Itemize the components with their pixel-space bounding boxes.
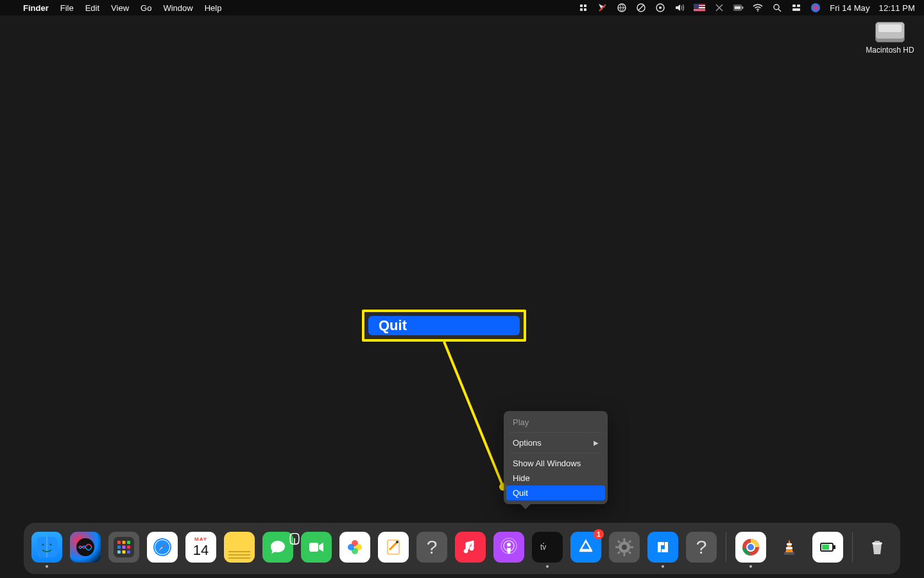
context-menu-label: Options bbox=[513, 438, 542, 448]
menu-view[interactable]: View bbox=[111, 3, 129, 13]
dock-app-launchpad[interactable] bbox=[108, 532, 139, 563]
svg-line-55 bbox=[629, 552, 631, 554]
dock-app-podcasts[interactable] bbox=[493, 532, 524, 563]
svg-point-42 bbox=[396, 541, 398, 543]
status-icon-volume[interactable] bbox=[674, 3, 685, 13]
status-icon-battery[interactable] bbox=[733, 3, 744, 13]
menu-bar-right: Fri 14 May 12:11 PM bbox=[578, 3, 915, 13]
menu-window[interactable]: Window bbox=[163, 3, 193, 13]
dock-app-finder[interactable] bbox=[31, 532, 62, 563]
dock-app-snagit[interactable] bbox=[647, 532, 678, 563]
status-icon-control-center[interactable] bbox=[791, 3, 801, 13]
menu-go[interactable]: Go bbox=[141, 3, 151, 13]
status-icon-spotlight[interactable] bbox=[772, 3, 782, 13]
svg-rect-12 bbox=[792, 4, 796, 7]
svg-point-18 bbox=[42, 544, 44, 546]
context-menu-label: Quit bbox=[513, 488, 528, 498]
dock: MAY 14 ? tv 1 ? bbox=[24, 523, 900, 574]
menu-bar-left: Finder File Edit View Go Window Help bbox=[9, 3, 221, 13]
svg-rect-65 bbox=[784, 552, 794, 555]
context-menu-item-hide[interactable]: Hide bbox=[504, 471, 608, 486]
dock-trash[interactable] bbox=[862, 532, 893, 563]
menu-app-name[interactable]: Finder bbox=[23, 3, 49, 13]
svg-rect-68 bbox=[834, 545, 835, 549]
menubar-date[interactable]: Fri 14 May bbox=[830, 3, 869, 13]
status-icon-input-source-flag[interactable] bbox=[694, 4, 705, 12]
desktop-icon-label: Macintosh HD bbox=[865, 46, 915, 55]
running-indicator bbox=[546, 565, 549, 568]
running-indicator bbox=[749, 565, 752, 568]
status-icon-cursor[interactable] bbox=[597, 3, 608, 13]
status-icon-globe[interactable] bbox=[617, 3, 627, 13]
svg-point-43 bbox=[507, 543, 511, 547]
svg-line-56 bbox=[629, 541, 631, 543]
svg-rect-36 bbox=[309, 543, 318, 552]
menu-help[interactable]: Help bbox=[205, 3, 222, 13]
status-icon-wifi[interactable] bbox=[753, 3, 763, 13]
svg-rect-64 bbox=[786, 547, 792, 549]
context-menu-label: Hide bbox=[513, 473, 530, 483]
dock-app-vlc[interactable] bbox=[774, 532, 805, 563]
dock-app-unknown-1[interactable]: ? bbox=[416, 532, 447, 563]
dock-app-photos[interactable] bbox=[339, 532, 370, 563]
context-menu-separator bbox=[510, 432, 601, 433]
dock-divider bbox=[852, 532, 853, 562]
svg-rect-70 bbox=[875, 541, 880, 543]
desktop-icon-macintosh-hd[interactable]: Macintosh HD bbox=[865, 22, 915, 55]
hard-drive-icon bbox=[875, 22, 905, 42]
dock-divider bbox=[726, 532, 726, 562]
svg-line-54 bbox=[618, 541, 620, 543]
status-icon-siri[interactable] bbox=[810, 3, 821, 13]
dock-app-messages[interactable] bbox=[262, 532, 293, 563]
status-icon-dnd[interactable] bbox=[636, 3, 646, 13]
svg-line-57 bbox=[618, 552, 620, 554]
menu-edit[interactable]: Edit bbox=[85, 3, 99, 13]
svg-point-19 bbox=[50, 544, 52, 546]
status-icon-record[interactable] bbox=[655, 3, 665, 13]
dock-app-chrome[interactable] bbox=[735, 532, 766, 563]
context-menu-item-play: Play bbox=[504, 415, 608, 430]
appstore-badge: 1 bbox=[594, 529, 604, 539]
svg-rect-7 bbox=[735, 6, 741, 10]
svg-point-9 bbox=[757, 10, 758, 12]
dock-app-safari[interactable] bbox=[147, 532, 178, 563]
dock-app-system-preferences[interactable] bbox=[609, 532, 640, 563]
svg-marker-62 bbox=[785, 539, 793, 552]
menu-file[interactable]: File bbox=[60, 3, 74, 13]
svg-text:tv: tv bbox=[540, 543, 546, 552]
dock-app-unknown-2[interactable]: ? bbox=[686, 532, 717, 563]
svg-rect-8 bbox=[742, 6, 744, 8]
context-menu-label: Show All Windows bbox=[513, 459, 581, 468]
svg-point-40 bbox=[348, 544, 354, 550]
annotation-callout: Quit bbox=[362, 310, 526, 342]
svg-point-10 bbox=[774, 4, 779, 10]
dock-app-appletv[interactable]: tv bbox=[532, 532, 563, 563]
dock-app-music[interactable] bbox=[455, 532, 486, 563]
context-menu-item-quit[interactable]: Quit bbox=[506, 486, 605, 500]
svg-rect-67 bbox=[822, 545, 829, 550]
svg-rect-30 bbox=[127, 550, 130, 554]
context-menu-item-options[interactable]: Options ▶ bbox=[504, 435, 608, 450]
dock-app-battery-monitor[interactable] bbox=[812, 532, 843, 563]
dock-app-calendar[interactable]: MAY 14 bbox=[185, 532, 216, 563]
dock-app-facetime[interactable] bbox=[301, 532, 332, 563]
svg-point-15 bbox=[811, 3, 820, 12]
status-icon-tools[interactable] bbox=[714, 3, 724, 13]
calendar-month-label: MAY bbox=[194, 536, 207, 542]
dock-app-siri[interactable] bbox=[70, 532, 101, 563]
context-menu-label: Play bbox=[513, 417, 529, 427]
calendar-day-label: 14 bbox=[193, 542, 209, 559]
svg-line-3 bbox=[638, 5, 644, 10]
dock-app-pages[interactable] bbox=[378, 532, 409, 563]
context-menu-item-show-all-windows[interactable]: Show All Windows bbox=[504, 456, 608, 471]
status-icon-generic-1[interactable] bbox=[578, 3, 588, 13]
submenu-arrow-icon: ▶ bbox=[594, 439, 599, 446]
context-menu-separator bbox=[510, 453, 601, 453]
dock-app-appstore[interactable]: 1 bbox=[570, 532, 601, 563]
svg-line-11 bbox=[778, 9, 781, 12]
dock-app-notes[interactable] bbox=[224, 532, 255, 563]
svg-rect-63 bbox=[787, 543, 792, 545]
menubar-time[interactable]: 12:11 PM bbox=[879, 3, 915, 13]
running-indicator bbox=[662, 565, 664, 568]
dock-context-menu: Play Options ▶ Show All Windows Hide Qui… bbox=[504, 411, 608, 504]
